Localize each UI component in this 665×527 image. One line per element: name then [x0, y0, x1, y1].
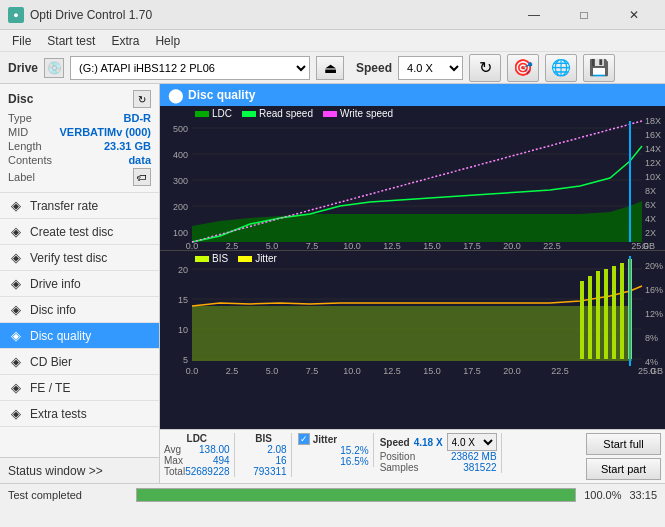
svg-rect-53: [620, 263, 624, 359]
menu-help[interactable]: Help: [147, 32, 188, 50]
globe-button[interactable]: 🌐: [545, 54, 577, 82]
bis-header: BIS: [255, 433, 272, 444]
svg-text:20.0: 20.0: [503, 241, 521, 251]
svg-text:0.0: 0.0: [186, 241, 199, 251]
max-label: Max: [164, 455, 183, 466]
maximize-button[interactable]: □: [561, 4, 607, 26]
nav-label-verify-test-disc: Verify test disc: [30, 251, 107, 265]
main-content: Disc ↻ Type BD-R MID VERBATIMv (000) Len…: [0, 84, 665, 483]
settings-button[interactable]: 🎯: [507, 54, 539, 82]
disc-length-label: Length: [8, 140, 42, 152]
drive-label: Drive: [8, 61, 38, 75]
disc-type-label: Type: [8, 112, 32, 124]
svg-text:18X: 18X: [645, 116, 661, 126]
jitter-legend: Jitter: [238, 253, 277, 264]
bottom-chart-legend: BIS Jitter: [195, 253, 277, 264]
menu-file[interactable]: File: [4, 32, 39, 50]
samples-value: 381522: [463, 462, 496, 473]
disc-length-value: 23.31 GB: [104, 140, 151, 152]
ldc-column: LDC Avg 138.00 Max 494 Total 52689228: [164, 433, 235, 477]
svg-text:500: 500: [173, 124, 188, 134]
svg-text:GB: GB: [642, 241, 655, 251]
refresh-button[interactable]: ↻: [469, 54, 501, 82]
speed-select-stats[interactable]: 4.0 X: [447, 433, 497, 451]
menu-start-test[interactable]: Start test: [39, 32, 103, 50]
total-bis: 793311: [253, 466, 286, 477]
max-jitter: 16.5%: [340, 456, 368, 467]
eject-button[interactable]: ⏏: [316, 56, 344, 80]
svg-text:17.5: 17.5: [463, 241, 481, 251]
nav-item-create-test-disc[interactable]: ◈ Create test disc: [0, 219, 159, 245]
nav-item-cd-bier[interactable]: ◈ CD Bier: [0, 349, 159, 375]
svg-text:7.5: 7.5: [306, 241, 319, 251]
svg-text:16%: 16%: [645, 285, 663, 295]
start-part-button[interactable]: Start part: [586, 458, 661, 480]
read-speed-legend-color: [242, 111, 256, 117]
save-button[interactable]: 💾: [583, 54, 615, 82]
speed-select[interactable]: 4.0 X: [398, 56, 463, 80]
speed-column: Speed 4.18 X 4.0 X Position 23862 MB Sam…: [376, 433, 502, 473]
svg-text:10.0: 10.0: [343, 366, 361, 376]
svg-text:10.0: 10.0: [343, 241, 361, 251]
write-speed-legend: Write speed: [323, 108, 393, 119]
disc-label-button[interactable]: 🏷: [133, 168, 151, 186]
svg-text:8X: 8X: [645, 186, 656, 196]
status-bar: Test completed 100.0% 33:15: [0, 483, 665, 505]
bottom-chart: BIS Jitter 20 15 10 5 20% 16% 12: [160, 251, 665, 376]
speed-label: Speed: [356, 61, 392, 75]
minimize-button[interactable]: —: [511, 4, 557, 26]
avg-bis: 2.08: [267, 444, 286, 455]
status-window-button[interactable]: Status window >>: [0, 457, 159, 483]
svg-text:22.5: 22.5: [543, 241, 561, 251]
title-bar: ● Opti Drive Control 1.70 — □ ✕: [0, 0, 665, 30]
nav-item-fe-te[interactable]: ◈ FE / TE: [0, 375, 159, 401]
stats-row: LDC Avg 138.00 Max 494 Total 52689228: [164, 433, 661, 480]
bis-legend-label: BIS: [212, 253, 228, 264]
svg-text:0.0: 0.0: [186, 366, 199, 376]
svg-rect-52: [612, 266, 616, 359]
progress-bar-fill: [137, 489, 575, 501]
verify-test-disc-icon: ◈: [8, 250, 24, 266]
ldc-header: LDC: [187, 433, 208, 444]
app-title: Opti Drive Control 1.70: [30, 8, 152, 22]
drive-toolbar: Drive 💿 (G:) ATAPI iHBS112 2 PL06 ⏏ Spee…: [0, 52, 665, 84]
extra-tests-icon: ◈: [8, 406, 24, 422]
svg-text:300: 300: [173, 176, 188, 186]
drive-select[interactable]: (G:) ATAPI iHBS112 2 PL06: [70, 56, 310, 80]
start-full-button[interactable]: Start full: [586, 433, 661, 455]
status-text: Test completed: [8, 489, 128, 501]
avg-label: Avg: [164, 444, 181, 455]
svg-text:15.0: 15.0: [423, 241, 441, 251]
bis-column: BIS 2.08 16 793311: [237, 433, 292, 477]
svg-text:12.5: 12.5: [383, 241, 401, 251]
svg-text:16X: 16X: [645, 130, 661, 140]
svg-rect-49: [588, 276, 592, 359]
max-bis: 16: [276, 455, 287, 466]
svg-text:200: 200: [173, 202, 188, 212]
jitter-checkbox[interactable]: ✓: [298, 433, 310, 445]
avg-jitter: 15.2%: [340, 445, 368, 456]
status-time: 33:15: [629, 489, 657, 501]
close-button[interactable]: ✕: [611, 4, 657, 26]
svg-text:15.0: 15.0: [423, 366, 441, 376]
nav-item-extra-tests[interactable]: ◈ Extra tests: [0, 401, 159, 427]
disc-section-title: Disc: [8, 92, 33, 106]
nav-item-disc-info[interactable]: ◈ Disc info: [0, 297, 159, 323]
charts-container: LDC Read speed Write speed 500 400: [160, 106, 665, 429]
svg-rect-48: [580, 281, 584, 359]
disc-refresh-button[interactable]: ↻: [133, 90, 151, 108]
nav-item-disc-quality[interactable]: ◈ Disc quality: [0, 323, 159, 349]
nav-item-drive-info[interactable]: ◈ Drive info: [0, 271, 159, 297]
menu-extra[interactable]: Extra: [103, 32, 147, 50]
svg-text:15: 15: [178, 295, 188, 305]
total-ldc: 52689228: [185, 466, 230, 477]
chart-title: Disc quality: [188, 88, 255, 102]
jitter-legend-label: Jitter: [255, 253, 277, 264]
svg-text:100: 100: [173, 228, 188, 238]
chart-icon: ⬤: [168, 87, 184, 103]
nav-item-transfer-rate[interactable]: ◈ Transfer rate: [0, 193, 159, 219]
nav-item-verify-test-disc[interactable]: ◈ Verify test disc: [0, 245, 159, 271]
svg-text:12.5: 12.5: [383, 366, 401, 376]
jitter-header: Jitter: [313, 434, 337, 445]
nav-label-create-test-disc: Create test disc: [30, 225, 113, 239]
